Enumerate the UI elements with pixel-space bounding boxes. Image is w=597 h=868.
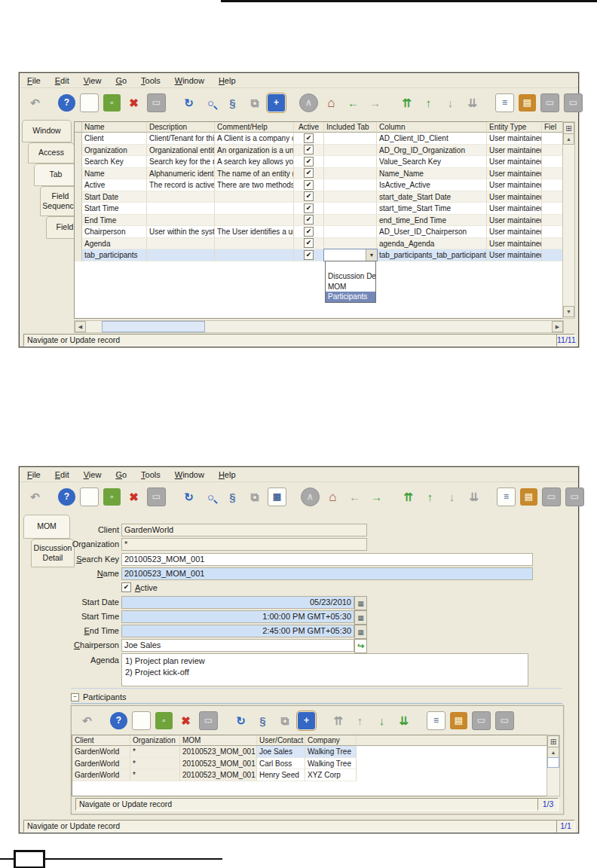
table-cell[interactable] — [542, 133, 563, 145]
scrollbar-thumb[interactable] — [547, 757, 559, 768]
back-icon[interactable]: ← — [346, 488, 363, 506]
refresh-icon[interactable]: ↻ — [180, 94, 197, 112]
organization-field[interactable]: * — [121, 538, 367, 551]
active-checkbox[interactable]: ✔ — [304, 180, 314, 190]
menu-window[interactable]: Window — [175, 470, 204, 479]
column-header[interactable]: Column — [377, 122, 487, 133]
menu-view[interactable]: View — [84, 76, 102, 85]
table-cell[interactable] — [75, 203, 82, 215]
active-checkbox[interactable]: ✔ — [304, 203, 314, 213]
table-cell[interactable]: Name_Name — [377, 168, 487, 180]
table-cell[interactable]: User maintained — [487, 203, 542, 215]
table-cell[interactable]: User maintained — [487, 133, 542, 145]
table-cell[interactable] — [147, 203, 215, 215]
client-field[interactable]: GardenWorld — [121, 524, 367, 536]
table-cell[interactable]: End Time — [82, 215, 147, 227]
menu-window[interactable]: Window — [175, 76, 204, 85]
scroll-down-icon[interactable]: ▼ — [563, 306, 574, 317]
table-cell[interactable]: GardenWorld — [72, 769, 130, 781]
table-cell[interactable]: Chairperson — [82, 226, 147, 238]
table-cell[interactable] — [147, 191, 215, 203]
table-row[interactable]: GardenWorld*20100523_MOM_001Carl BossWal… — [72, 758, 547, 770]
table-cell[interactable] — [324, 133, 377, 145]
table-cell[interactable]: ✔ — [294, 145, 324, 157]
table-cell[interactable]: Start Time — [82, 203, 147, 215]
column-header[interactable]: User/Contact — [257, 735, 305, 746]
table-cell[interactable] — [75, 215, 82, 227]
table-cell[interactable]: User maintained — [487, 249, 542, 261]
column-header[interactable]: MOM — [180, 735, 257, 746]
table-row[interactable]: ActiveThe record is active...There are t… — [75, 179, 563, 191]
column-header[interactable]: Name — [82, 122, 147, 133]
archive-icon[interactable]: ▤ — [519, 94, 536, 112]
previous-record-icon[interactable]: ↑ — [351, 712, 369, 729]
table-cell[interactable]: * — [130, 746, 180, 758]
help-icon[interactable]: ? — [58, 94, 75, 112]
archive-icon[interactable]: ▤ — [450, 712, 467, 729]
table-cell[interactable]: Alphanumeric ident... — [147, 168, 215, 180]
table-cell[interactable] — [324, 156, 377, 168]
table-cell[interactable] — [215, 215, 294, 227]
back-icon[interactable]: ← — [344, 94, 362, 112]
save-icon[interactable]: ▭ — [199, 711, 218, 730]
table-cell[interactable] — [75, 179, 82, 191]
table-cell[interactable] — [147, 215, 215, 227]
delete-icon[interactable]: ▫ — [103, 488, 121, 506]
first-record-icon[interactable]: ⇈ — [329, 712, 347, 729]
menu-file[interactable]: File — [27, 470, 41, 479]
table-cell[interactable]: Search key for the r... — [147, 156, 215, 168]
table-row[interactable]: Start Time✔start_time_Start TimeUser mai… — [75, 203, 563, 215]
table-cell[interactable]: start_time_Start Time — [377, 203, 487, 215]
print-icon[interactable]: ▭ — [564, 93, 583, 112]
active-checkbox[interactable]: ✔ — [304, 168, 314, 178]
table-cell[interactable]: XYZ Corp — [305, 769, 357, 781]
attachment-icon[interactable]: § — [224, 488, 241, 506]
home-icon[interactable]: ⌂ — [324, 488, 341, 506]
table-cell[interactable]: agenda_Agenda — [377, 238, 487, 250]
table-cell[interactable] — [75, 145, 82, 157]
menu-edit[interactable]: Edit — [55, 470, 69, 479]
chat-icon[interactable]: ⧉ — [246, 94, 263, 112]
report-icon[interactable]: ≡ — [495, 93, 514, 112]
attachment-icon[interactable]: § — [224, 94, 241, 112]
chat-icon[interactable]: ⧉ — [246, 488, 263, 506]
chairperson-field[interactable]: Joe Sales — [121, 639, 354, 652]
table-cell[interactable]: GardenWorld — [72, 758, 130, 770]
table-cell[interactable] — [542, 249, 563, 261]
active-checkbox[interactable]: ✔ — [304, 191, 314, 201]
table-cell[interactable]: AD_User_ID_Chairperson — [377, 226, 487, 238]
table-cell[interactable]: Agenda — [82, 238, 147, 250]
table-cell[interactable]: The User identifies a uni... — [215, 226, 294, 238]
calendar-icon[interactable]: ▦ — [354, 596, 367, 610]
active-checkbox[interactable]: ✔ — [304, 145, 314, 154]
table-cell[interactable] — [147, 238, 215, 250]
dropdown-option-participants[interactable]: Participants — [326, 292, 375, 301]
table-cell[interactable] — [147, 249, 215, 261]
scroll-up-icon[interactable]: ▲ — [547, 747, 559, 758]
active-checkbox[interactable]: ✔ — [304, 238, 314, 248]
column-header[interactable]: Organization — [130, 735, 180, 746]
table-cell[interactable]: GardenWorld — [72, 746, 130, 758]
menu-help[interactable]: Help — [219, 470, 236, 479]
delete-selection-icon[interactable]: ✖ — [125, 94, 142, 112]
last-record-icon[interactable]: ⇊ — [465, 488, 482, 506]
column-header[interactable] — [357, 735, 547, 746]
print-preview-icon[interactable]: ▭ — [540, 93, 559, 112]
table-cell[interactable]: ✔ — [294, 133, 324, 145]
table-cell[interactable] — [75, 238, 82, 250]
print-icon[interactable]: ▭ — [495, 711, 514, 730]
new-icon[interactable] — [80, 487, 99, 506]
collapse-icon[interactable]: − — [71, 693, 79, 701]
sidetab-access[interactable]: Access — [28, 142, 75, 164]
column-header[interactable]: Entity Type — [487, 122, 542, 133]
table-cell[interactable] — [542, 215, 563, 227]
table-cell[interactable]: start_date_Start Date — [377, 191, 487, 203]
table-cell[interactable]: ✔ — [294, 249, 324, 261]
table-cell[interactable]: A Client is a company or ... — [215, 133, 294, 145]
parent-icon[interactable]: ∧ — [301, 487, 320, 506]
next-record-icon[interactable]: ↓ — [442, 94, 459, 112]
refresh-icon[interactable]: ↻ — [180, 488, 197, 506]
undo-icon[interactable]: ↶ — [78, 712, 96, 729]
table-cell[interactable] — [75, 249, 82, 261]
help-icon[interactable]: ? — [58, 488, 75, 506]
